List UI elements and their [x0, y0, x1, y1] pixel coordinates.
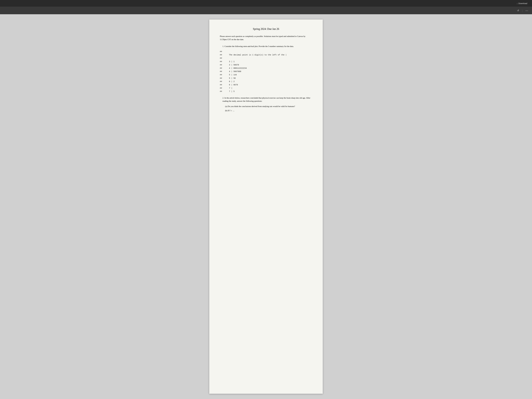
- stem-leaf-line-13: ## 7 | 5: [220, 90, 312, 93]
- question-1-block: 1. Consider the following stem-and-leaf …: [220, 45, 312, 93]
- stem-leaf-content-8: 5 | 144: [225, 73, 237, 76]
- stem-leaf-content-7: 4 | 5667888: [225, 70, 241, 73]
- stem-leaf-line-6: ## 4 | 000112222234: [220, 67, 312, 70]
- question-2a-content: Do you think the conclusions derived fro…: [228, 105, 295, 108]
- stem-leaf-plot: ## ## The decimal point is 1 digit(s) to…: [220, 50, 312, 93]
- question-2-content: In the article below, researchers conclu…: [222, 97, 310, 102]
- stem-leaf-content-12: 7 |: [225, 87, 232, 90]
- toolbar: ↺ | —: [0, 7, 532, 14]
- hash-prefix: ##: [220, 50, 223, 53]
- hash-prefix-13: ##: [220, 90, 223, 93]
- hash-prefix-8: ##: [220, 73, 223, 76]
- hash-prefix-10: ##: [220, 80, 223, 83]
- download-icon: ↓: [517, 2, 518, 5]
- hash-prefix-7: ##: [220, 70, 223, 73]
- stem-leaf-content-13: 7 | 5: [225, 90, 234, 93]
- stem-leaf-content-9: 5 | 58: [225, 77, 236, 80]
- stem-leaf-content-10: 6 | 2: [225, 80, 234, 83]
- hash-prefix-3: ##: [220, 57, 223, 60]
- question-2-number: 2.: [222, 97, 224, 99]
- hash-prefix-5: ##: [220, 63, 223, 67]
- stem-leaf-content-4: 3 | 1: [225, 60, 234, 63]
- stem-leaf-line-1: ##: [220, 50, 312, 53]
- hash-prefix-12: ##: [220, 87, 223, 90]
- stem-leaf-line-5: ## 3 | 56678: [220, 63, 312, 67]
- minimize-icon[interactable]: —: [525, 8, 529, 13]
- question-2b-text: (b) If f t ...: [225, 109, 312, 112]
- stem-leaf-content-11: 6 | 6678: [225, 83, 238, 87]
- top-bar: ↓ Download: [0, 0, 532, 7]
- stem-leaf-line-3: ##: [220, 57, 312, 60]
- question-2b-content: If f t ...: [228, 109, 234, 112]
- question-1-content: Consider the following stem-and-leaf plo…: [224, 45, 294, 47]
- hash-prefix-2: ##: [220, 53, 223, 57]
- content-area: Spring 2024: Due Jan 26 Please answer ea…: [0, 14, 532, 399]
- question-2-block: 2. In the article below, researchers con…: [220, 96, 312, 112]
- stem-leaf-line-2: ## The decimal point is 1 digit(s) to th…: [220, 53, 312, 57]
- stem-leaf-line-7: ## 4 | 5667888: [220, 70, 312, 73]
- hash-prefix-6: ##: [220, 67, 223, 70]
- download-button[interactable]: ↓ Download: [515, 1, 529, 5]
- hash-prefix-4: ##: [220, 60, 223, 63]
- stem-leaf-line-8: ## 5 | 144: [220, 73, 312, 76]
- stem-leaf-line-11: ## 6 | 6678: [220, 83, 312, 87]
- stem-leaf-content-5: 3 | 56678: [225, 63, 239, 67]
- hash-prefix-11: ##: [220, 83, 223, 87]
- hash-prefix-9: ##: [220, 77, 223, 80]
- instructions-text: Please answer each question as completel…: [220, 35, 312, 41]
- document: Spring 2024: Due Jan 26 Please answer ea…: [209, 19, 323, 394]
- question-2-text: 2. In the article below, researchers con…: [222, 96, 312, 103]
- question-1-text: 1. Consider the following stem-and-leaf …: [222, 45, 312, 48]
- stem-leaf-content-6: 4 | 000112222234: [225, 67, 247, 70]
- stem-leaf-line-4: ## 3 | 1: [220, 60, 312, 63]
- toolbar-divider: |: [522, 9, 522, 12]
- question-2a-text: (a) Do you think the conclusions derived…: [225, 105, 312, 108]
- stem-leaf-line-12: ## 7 |: [220, 87, 312, 90]
- refresh-icon[interactable]: ↺: [516, 8, 520, 13]
- stem-leaf-line-10: ## 6 | 2: [220, 80, 312, 83]
- question-2b-label: (b): [225, 109, 228, 112]
- question-1-number: 1.: [222, 45, 224, 47]
- question-2a-label: (a): [225, 105, 227, 108]
- stem-leaf-line-9: ## 5 | 58: [220, 77, 312, 80]
- document-title: Spring 2024: Due Jan 26: [220, 27, 312, 31]
- stem-leaf-content-2: The decimal point is 1 digit(s) to the l…: [225, 53, 287, 57]
- download-label: Download: [518, 2, 527, 5]
